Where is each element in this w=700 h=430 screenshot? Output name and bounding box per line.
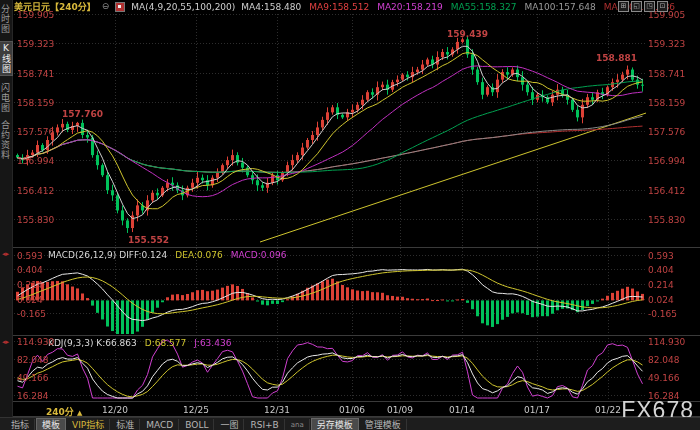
macd-axis-right-0: 0.593 <box>648 251 674 261</box>
indicator-flag-icon[interactable] <box>115 2 125 12</box>
macd-value-label: MACD:0.096 <box>231 250 287 260</box>
date-label-4: 01/09 <box>387 405 413 415</box>
macd-panel-header: MACD(26,12,9) DIFF:0.124 DEA:0.076 MACD:… <box>48 250 286 260</box>
date-label-3: 01/06 <box>339 405 365 415</box>
lock-icon[interactable]: ⊖ <box>102 2 110 11</box>
toolbar-tab-5[interactable]: BOLL <box>180 419 214 430</box>
macd-axis-left-0: 0.593 <box>17 251 43 261</box>
kdj-panel-marker-icon[interactable]: ◂▸ <box>2 338 10 346</box>
main-axis-right-4: 157.576 <box>648 127 685 137</box>
pane-maximize-icon[interactable]: ◳ <box>644 1 655 12</box>
main-axis-left-6: 156.412 <box>17 186 54 196</box>
main-axis-left-4: 157.576 <box>17 127 54 137</box>
ma-value-3: MA55:158.327 <box>451 2 517 12</box>
kdj-params-label: KDJ(9,3,3) K:66.863 <box>48 338 137 348</box>
toolbar-tab-4[interactable]: MACD <box>141 419 179 430</box>
date-label-6: 01/17 <box>524 405 550 415</box>
toolbar-tab-6[interactable]: 一图 <box>215 419 244 430</box>
kdj-axis-left-0: 114.930 <box>17 337 54 347</box>
price-annotation-0: 157.760 <box>62 109 103 119</box>
main-axis-left-5: 156.994 <box>17 156 54 166</box>
macd-axis-left-2: 0.214 <box>17 280 43 290</box>
macd-params-label: MACD(26,12,9) DIFF:0.124 <box>48 250 167 260</box>
toolbar-tab-1[interactable]: 模板 <box>36 418 66 430</box>
ma-settings-label: MA(4,9,20,55,100,200) <box>131 2 235 12</box>
dropdown-up-icon: ▲ <box>77 409 82 417</box>
toolbar-tab-10[interactable]: 管理模板 <box>360 419 407 430</box>
toolbar-tab-2[interactable]: VIP指标 <box>67 419 110 430</box>
price-annotation-2: 159.439 <box>447 29 488 39</box>
main-axis-left-1: 159.323 <box>17 39 54 49</box>
main-axis-right-2: 158.741 <box>648 69 685 79</box>
macd-axis-left-1: 0.404 <box>17 265 43 275</box>
price-annotation-3: 158.881 <box>596 53 637 63</box>
symbol-title: 美元日元【240分】 <box>14 0 96 13</box>
indicator-header-bar: 美元日元【240分】 ⊖ MA(4,9,20,55,100,200) MA4:1… <box>14 0 700 13</box>
chart-type-sidebar: 分时图K线图闪电图合约资料 <box>0 0 13 430</box>
kdj-panel-header: KDJ(9,3,3) K:66.863 D:68.577 J:63.436 <box>48 338 231 348</box>
main-axis-right-7: 155.830 <box>648 215 685 225</box>
sidebar-item-3[interactable]: 合约资料 <box>0 120 11 160</box>
macd-panel-marker-icon[interactable]: ◂▸ <box>2 250 10 258</box>
kdj-axis-left-1: 82.048 <box>17 355 49 365</box>
toolbar-tab-8[interactable]: ana <box>286 419 310 430</box>
toolbar-tab-3[interactable]: 标准 <box>111 419 140 430</box>
sidebar-item-0[interactable]: 分时图 <box>0 4 11 34</box>
macd-dea-label: DEA:0.076 <box>175 250 222 260</box>
chart-canvas[interactable] <box>0 0 700 430</box>
main-axis-right-3: 158.159 <box>648 98 685 108</box>
sidebar-item-2[interactable]: 闪电图 <box>0 83 11 113</box>
price-annotation-1: 155.552 <box>128 235 169 245</box>
macd-axis-left-4: -0.165 <box>17 309 46 319</box>
ma-value-2: MA20:158.219 <box>377 2 443 12</box>
date-label-7: 01/22 <box>595 405 621 415</box>
macd-axis-right-1: 0.404 <box>648 265 674 275</box>
main-axis-left-2: 158.741 <box>17 69 54 79</box>
ma-value-0: MA4:158.480 <box>241 2 301 12</box>
ma-value-4: MA100:157.648 <box>524 2 595 12</box>
ma-value-1: MA9:158.512 <box>309 2 369 12</box>
main-axis-right-5: 156.994 <box>648 156 685 166</box>
sidebar-item-1[interactable]: K线图 <box>0 41 13 76</box>
kdj-axis-right-2: 49.166 <box>648 373 680 383</box>
window-layout-icons: ⊞ ◱ ◳ ⊡ <box>618 1 668 12</box>
date-label-1: 12/25 <box>183 405 209 415</box>
macd-axis-right-3: 0.024 <box>648 295 674 305</box>
main-axis-left-7: 155.830 <box>17 215 54 225</box>
toolbar-tab-0[interactable]: 指标 <box>6 419 35 430</box>
date-label-5: 01/14 <box>449 405 475 415</box>
ma-values: MA4:158.480MA9:158.512MA20:158.219MA55:1… <box>241 2 675 12</box>
toolbar-tab-9[interactable]: 另存模板 <box>311 418 359 430</box>
kdj-j-label: J:63.436 <box>194 338 231 348</box>
main-axis-right-6: 156.412 <box>648 186 685 196</box>
kdj-axis-left-2: 49.166 <box>17 373 49 383</box>
main-axis-right-1: 159.323 <box>648 39 685 49</box>
macd-axis-right-2: 0.214 <box>648 280 674 290</box>
date-label-2: 12/31 <box>264 405 290 415</box>
grid-layout-icon[interactable]: ⊞ <box>618 1 629 12</box>
kdj-axis-right-1: 82.048 <box>648 355 680 365</box>
bottom-toolbar: 指标模板VIP指标标准MACDBOLL一图RSI+Bana另存模板管理模板 <box>0 417 700 430</box>
date-label-0: 12/20 <box>102 405 128 415</box>
macd-axis-right-4: -0.165 <box>648 309 677 319</box>
main-axis-left-3: 158.159 <box>17 98 54 108</box>
kdj-axis-left-3: 16.284 <box>17 391 49 401</box>
toolbar-tab-7[interactable]: RSI+B <box>245 419 284 430</box>
pane-close-icon[interactable]: ⊡ <box>657 1 668 12</box>
date-axis: 12/2012/2512/3101/0601/0901/1401/1701/22 <box>14 403 700 416</box>
kdj-d-label: D:68.577 <box>145 338 186 348</box>
macd-axis-left-3: 0.024 <box>17 295 43 305</box>
trading-chart-window: 美元日元【240分】 ⊖ MA(4,9,20,55,100,200) MA4:1… <box>0 0 700 430</box>
pane-restore-icon[interactable]: ◱ <box>631 1 642 12</box>
kdj-axis-right-0: 114.930 <box>648 337 685 347</box>
